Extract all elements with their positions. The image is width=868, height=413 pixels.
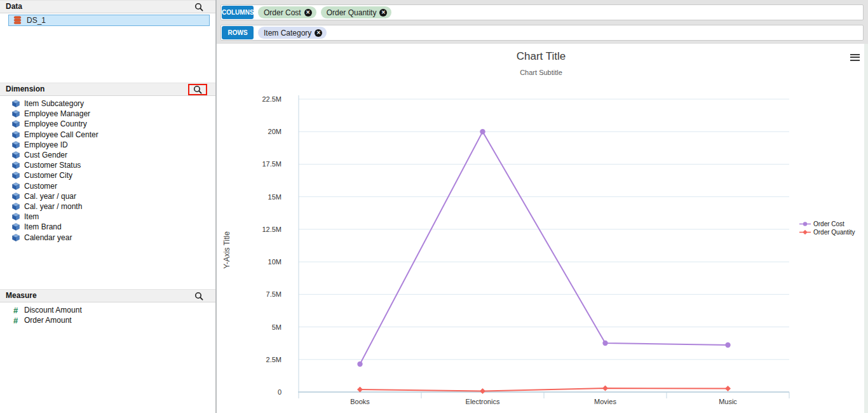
data-search-button[interactable] — [194, 2, 204, 12]
data-point[interactable] — [357, 362, 362, 367]
dimension-cube-icon — [12, 100, 20, 107]
dimension-search-button[interactable] — [193, 85, 203, 95]
hash-icon: # — [11, 316, 20, 325]
x-category-label: Electronics — [466, 398, 500, 405]
line-chart: 02.5M5M7.5M10M12.5M15M17.5M20M22.5MBooks… — [219, 89, 868, 407]
dimension-item[interactable]: Cust Gender — [0, 150, 215, 160]
chip-close-icon[interactable]: ✕ — [315, 29, 322, 37]
chart-subtitle: Chart Subtitle — [217, 69, 865, 76]
measure-item-label: Discount Amount — [24, 306, 82, 315]
data-point[interactable] — [725, 342, 730, 348]
chart-panel: Chart Title Chart Subtitle Y-Axis Title … — [217, 44, 868, 413]
dimension-item[interactable]: Item Subcategory — [0, 98, 215, 109]
legend-item[interactable]: Order Quantity — [799, 229, 855, 236]
hamburger-icon — [850, 54, 861, 61]
columns-shelf: COLUMNS Order Cost✕Order Quantity✕ — [220, 4, 864, 20]
search-icon — [194, 3, 203, 11]
data-point[interactable] — [602, 341, 607, 346]
legend-marker-icon — [799, 229, 811, 235]
y-tick-label: 2.5M — [266, 356, 281, 363]
dimension-item-label: Customer Status — [24, 161, 81, 170]
data-point[interactable] — [480, 129, 485, 134]
dimension-cube-icon — [12, 110, 20, 118]
dimension-item-label: Calendar year — [24, 233, 72, 242]
data-source-label: DS_1 — [27, 16, 46, 25]
dimension-cube-icon — [12, 234, 20, 241]
y-tick-label: 17.5M — [262, 160, 281, 168]
shelf-chip[interactable]: Order Quantity✕ — [321, 6, 392, 18]
data-source-item[interactable]: DS_1 — [8, 15, 210, 26]
dimension-item[interactable]: Employee ID — [0, 140, 215, 150]
dimension-item-label: Customer City — [24, 171, 72, 180]
dimension-item[interactable]: Cal. year / month — [0, 201, 215, 212]
dimension-item-label: Cust Gender — [24, 151, 67, 159]
columns-shelf-button[interactable]: COLUMNS — [222, 6, 254, 19]
dimension-cube-icon — [12, 141, 20, 149]
y-tick-label: 7.5M — [266, 290, 281, 298]
dimension-item[interactable]: Item — [0, 212, 215, 222]
dimension-cube-icon — [12, 151, 20, 159]
chip-label: Item Category — [264, 29, 311, 37]
bi-designer-app: Data DS_1 Dimension Item SubcategoryEmpl… — [0, 0, 868, 413]
dimension-cube-icon — [12, 120, 20, 128]
dimension-panel-header: Dimension — [0, 83, 215, 96]
dimension-item-label: Customer — [24, 182, 57, 191]
x-category-label: Music — [719, 398, 737, 405]
measure-list: #Discount Amount#Order Amount — [0, 305, 215, 325]
y-tick-label: 10M — [268, 258, 281, 266]
y-tick-label: 15M — [268, 193, 281, 201]
shelf-chip[interactable]: Order Cost✕ — [258, 6, 316, 18]
y-tick-label: 5M — [272, 323, 281, 331]
measure-search-button[interactable] — [194, 291, 204, 301]
dimension-item[interactable]: Employee Call Center — [0, 130, 215, 140]
y-tick-label: 22.5M — [262, 95, 281, 103]
dimension-item-label: Item Subcategory — [24, 99, 84, 108]
dimension-item[interactable]: Customer City — [0, 170, 215, 180]
dimension-item[interactable]: Calendar year — [0, 232, 215, 242]
dimension-item[interactable]: Customer Status — [0, 160, 215, 170]
vertical-scrollbar[interactable] — [864, 44, 868, 413]
series-line — [360, 388, 728, 391]
shelf-chip[interactable]: Item Category✕ — [258, 27, 327, 39]
dimension-panel-title: Dimension — [0, 83, 215, 95]
dimension-item-label: Employee Country — [24, 119, 87, 128]
dimension-item[interactable]: Employee Manager — [0, 109, 215, 119]
chart-menu-button[interactable] — [850, 53, 861, 63]
y-tick-label: 20M — [268, 128, 281, 135]
dimension-list: Item SubcategoryEmployee ManagerEmployee… — [0, 98, 215, 243]
left-panel: Data DS_1 Dimension Item SubcategoryEmpl… — [0, 0, 217, 413]
dimension-cube-icon — [12, 161, 20, 169]
dimension-cube-icon — [12, 223, 20, 231]
measure-item-label: Order Amount — [24, 316, 72, 325]
legend-item[interactable]: Order Cost — [799, 220, 855, 227]
dimension-cube-icon — [12, 213, 20, 220]
dimension-item[interactable]: Customer — [0, 181, 215, 191]
chip-label: Order Quantity — [327, 8, 377, 17]
highlight-box — [188, 84, 207, 95]
data-point[interactable] — [725, 386, 731, 391]
shelf-area: COLUMNS Order Cost✕Order Quantity✕ ROWS … — [217, 0, 868, 44]
measure-item[interactable]: #Order Amount — [0, 315, 215, 325]
measure-panel-title: Measure — [0, 290, 215, 302]
dimension-cube-icon — [12, 193, 20, 200]
dimension-item-label: Employee Manager — [24, 109, 90, 118]
y-tick-label: 12.5M — [262, 226, 281, 233]
dimension-item-label: Cal. year / quar — [24, 192, 76, 201]
chip-close-icon[interactable]: ✕ — [304, 9, 312, 17]
measure-item[interactable]: #Discount Amount — [0, 305, 215, 315]
data-panel-header: Data — [0, 0, 215, 13]
chart-title: Chart Title — [217, 50, 865, 63]
hash-icon: # — [11, 306, 20, 315]
dimension-item[interactable]: Employee Country — [0, 119, 215, 129]
rows-shelf-button[interactable]: ROWS — [222, 26, 254, 39]
dimension-item[interactable]: Cal. year / quar — [0, 191, 215, 201]
data-point[interactable] — [602, 386, 608, 391]
data-point[interactable] — [480, 388, 485, 394]
dimension-item-label: Employee Call Center — [24, 130, 98, 139]
legend-label: Order Cost — [813, 220, 844, 227]
chart-legend: Order CostOrder Quantity — [799, 220, 855, 236]
database-icon — [13, 16, 22, 25]
legend-label: Order Quantity — [813, 229, 855, 236]
chip-close-icon[interactable]: ✕ — [379, 9, 387, 17]
dimension-item[interactable]: Item Brand — [0, 222, 215, 232]
